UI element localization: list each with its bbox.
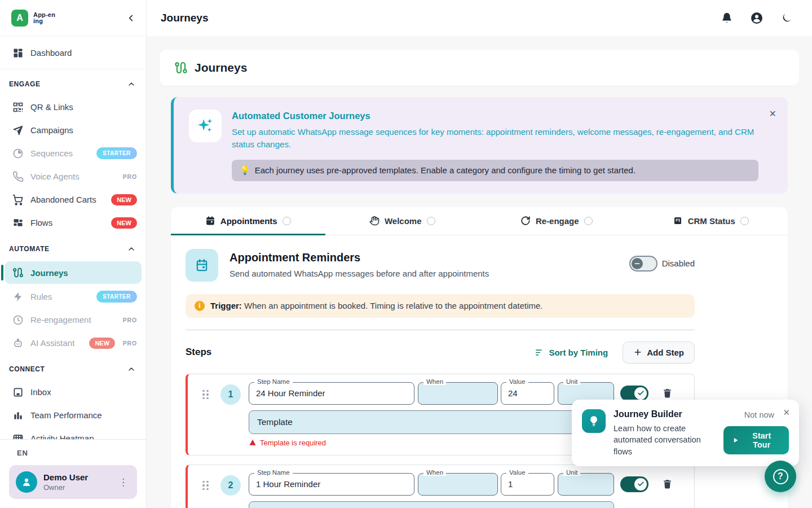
sidebar-item-dashboard[interactable]: Dashboard — [0, 40, 146, 66]
delete-step-button[interactable] — [662, 479, 673, 489]
dashboard-icon — [12, 47, 24, 59]
sidebar-item-abandoned-carts[interactable]: Abandoned Carts NEW — [0, 188, 146, 211]
sidebar-collapse-button[interactable] — [126, 13, 136, 23]
category-enable-toggle[interactable] — [629, 256, 657, 271]
heatmap-grid-icon — [12, 433, 24, 440]
value-field: Value — [501, 382, 554, 405]
step-card-2: 2 Step Name When Value — [186, 465, 695, 508]
category-title: Appointment Reminders — [230, 251, 489, 264]
sparkles-icon-box — [189, 110, 222, 142]
banner-body: Automated Customer Journeys Set up autom… — [232, 110, 775, 181]
app-logo-icon: A — [11, 10, 28, 27]
popup-close-icon[interactable]: ✕ — [783, 408, 790, 418]
drag-handle-icon[interactable] — [202, 481, 210, 491]
toggle-knob-check-icon — [634, 387, 647, 400]
value-input[interactable] — [501, 474, 554, 495]
unit-select[interactable] — [558, 474, 614, 495]
tab-status-radio[interactable] — [427, 217, 435, 225]
bell-icon — [721, 12, 733, 24]
pro-tag: PRO — [123, 317, 137, 323]
pro-tag: PRO — [123, 340, 137, 347]
unit-field: Unit — [558, 473, 614, 496]
steps-header: Steps Sort by Timing Add Step — [186, 341, 695, 364]
timer-icon — [12, 148, 24, 159]
notifications-button[interactable] — [721, 12, 733, 24]
page-title: Journeys — [195, 61, 247, 75]
banner-title: Automated Customer Journeys — [232, 111, 758, 121]
step-enabled-toggle[interactable] — [620, 386, 648, 401]
sidebar-item-journeys[interactable]: Journeys — [5, 261, 142, 284]
dark-mode-toggle[interactable] — [780, 12, 793, 24]
qr-code-icon — [12, 102, 24, 113]
user-menu-button[interactable]: ⋮ — [115, 474, 131, 491]
zap-icon — [12, 291, 24, 303]
value-label: Value — [506, 469, 528, 476]
sort-icon — [535, 348, 544, 357]
value-field: Value — [501, 473, 554, 496]
sidebar-item-inbox[interactable]: Inbox — [0, 380, 146, 404]
language-switcher[interactable]: EN — [9, 448, 137, 465]
delete-step-button[interactable] — [662, 388, 673, 398]
tab-appointments[interactable]: Appointments — [171, 207, 325, 235]
hand-wave-icon — [369, 216, 379, 226]
appointments-panel: Appointment Reminders Send automated Wha… — [171, 235, 709, 508]
calendar-icon — [205, 216, 215, 226]
help-button[interactable]: ? — [765, 461, 796, 492]
sidebar-item-rules[interactable]: Rules STARTER — [0, 285, 146, 308]
step-name-label: Step Name — [254, 469, 293, 476]
sidebar-item-qr-links[interactable]: QR & Links — [0, 95, 146, 119]
calendar-icon-box — [186, 249, 218, 282]
banner-close-icon[interactable]: ✕ — [769, 108, 776, 119]
not-now-button[interactable]: Not now — [744, 410, 774, 419]
value-input[interactable] — [501, 383, 554, 404]
trigger-alert: i Trigger: When an appointment is booked… — [186, 294, 695, 318]
tab-welcome[interactable]: Welcome — [325, 207, 480, 235]
step-name-input[interactable] — [249, 383, 414, 404]
unit-label: Unit — [563, 469, 580, 476]
step-name-input[interactable] — [249, 474, 414, 495]
sidebar-item-ai-assistant[interactable]: AI Assistant NEW PRO — [0, 331, 146, 354]
sidebar-item-sequences[interactable]: Sequences STARTER — [0, 142, 146, 165]
user-meta: Demo User Owner — [43, 472, 88, 492]
toggle-status-text: Disabled — [662, 259, 695, 268]
drag-handle-icon[interactable] — [202, 390, 210, 400]
category-text: Appointment Reminders Send automated Wha… — [230, 249, 489, 278]
when-select[interactable] — [418, 474, 497, 495]
unit-label: Unit — [563, 378, 580, 385]
bar-chart-icon — [12, 410, 24, 421]
tab-status-radio[interactable] — [584, 217, 593, 225]
app-logo-text: App-ening — [33, 12, 57, 24]
send-icon — [12, 125, 24, 136]
sidebar-item-campaigns[interactable]: Campaigns — [0, 119, 146, 142]
user-circle-icon — [750, 11, 764, 25]
sidebar-item-re-engagement[interactable]: Re-engagement PRO — [0, 308, 146, 331]
tab-crm-status[interactable]: CRM Status — [634, 207, 788, 235]
tab-status-radio[interactable] — [283, 217, 291, 225]
calendar-icon — [195, 258, 209, 273]
banner-description: Set up automatic WhatsApp message sequen… — [232, 126, 758, 151]
lightbulb-emoji-icon: 💡 — [240, 165, 250, 176]
when-field: When — [418, 473, 498, 496]
account-button[interactable] — [750, 11, 764, 25]
user-card[interactable]: Demo User Owner ⋮ — [9, 465, 137, 499]
template-select[interactable]: Template — [249, 410, 614, 434]
section-header-engage[interactable]: ENGAGE — [0, 73, 146, 95]
template-select[interactable]: Template — [249, 501, 614, 508]
route-icon — [12, 267, 24, 278]
sort-by-timing-button[interactable]: Sort by Timing — [535, 348, 608, 357]
sidebar-item-activity-heatmap[interactable]: Activity Heatmap — [0, 427, 146, 439]
step-enabled-toggle[interactable] — [620, 476, 648, 492]
sidebar-item-flows[interactable]: Flows NEW — [0, 211, 146, 234]
tab-re-engage[interactable]: Re-engage — [479, 207, 634, 235]
when-select[interactable] — [418, 383, 497, 404]
sidebar-item-voice-agents[interactable]: Voice Agents PRO — [0, 165, 146, 188]
sidebar-item-team-performance[interactable]: Team Performance — [0, 404, 146, 427]
add-step-button[interactable]: Add Step — [623, 341, 695, 364]
sidebar-header: A App-ening — [0, 0, 146, 36]
tab-status-radio[interactable] — [740, 217, 749, 225]
section-header-automate[interactable]: AUTOMATE — [0, 238, 146, 260]
cart-icon — [12, 194, 24, 205]
section-header-connect[interactable]: CONNECT — [0, 358, 146, 380]
start-tour-button[interactable]: Start Tour — [723, 426, 789, 454]
clock-icon — [12, 314, 24, 326]
